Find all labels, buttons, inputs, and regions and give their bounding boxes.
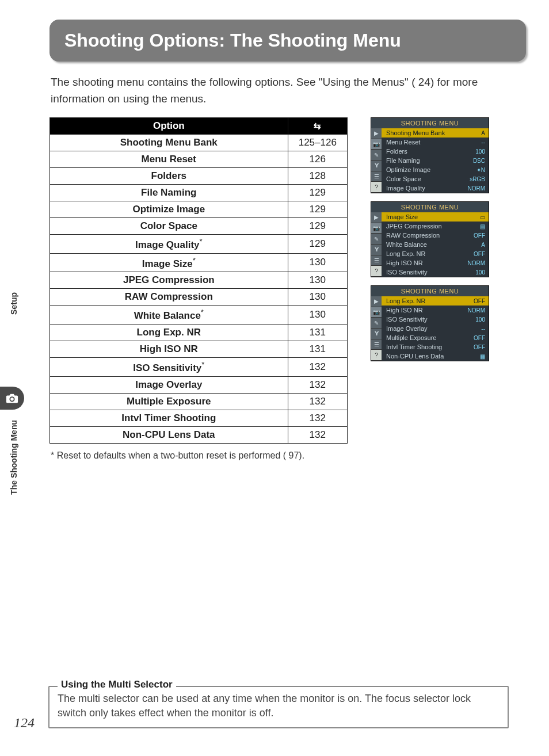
page-cell: 125–126 bbox=[288, 135, 347, 151]
tip-box: Using the Multi Selector The multi selec… bbox=[48, 686, 509, 728]
screen-row-label: White Balance bbox=[386, 241, 427, 248]
option-cell: Multiple Exposure bbox=[50, 393, 288, 410]
screen-row: RAW CompressionOFF bbox=[382, 231, 489, 240]
screen-row: Folders100 bbox=[382, 147, 489, 156]
footnote: * Reset to defaults when a two-button re… bbox=[51, 449, 343, 462]
screen-row: Menu Reset-- bbox=[382, 138, 489, 147]
table-row: File Naming129 bbox=[50, 185, 348, 201]
screen-row-value: A bbox=[468, 130, 485, 136]
option-cell: Color Space bbox=[50, 218, 288, 235]
page-cell: 132 bbox=[288, 376, 347, 393]
screen-row-value: ▦ bbox=[468, 353, 485, 360]
option-cell: Intvl Timer Shooting bbox=[50, 410, 288, 426]
option-cell: Long Exp. NR bbox=[50, 324, 288, 341]
table-row: Multiple Exposure132 bbox=[50, 393, 348, 410]
screen-row-value: NORM bbox=[467, 185, 485, 192]
screen-row-label: Long Exp. NR bbox=[386, 297, 425, 304]
options-table: Option ⇆ Shooting Menu Bank125–126Menu R… bbox=[49, 117, 348, 444]
screen-row: White BalanceA bbox=[382, 240, 489, 249]
screen-tab: ☰ bbox=[371, 255, 382, 266]
table-row: Long Exp. NR131 bbox=[50, 324, 348, 341]
side-tab-setup: Setup bbox=[9, 292, 18, 315]
option-cell: Folders bbox=[50, 168, 288, 185]
screen-row-value: 100 bbox=[468, 316, 485, 323]
screen-row-label: Folders bbox=[386, 148, 407, 155]
screen-row-label: Image Size bbox=[386, 213, 418, 220]
page-cell: 129 bbox=[288, 201, 347, 218]
screen-row-label: RAW Compression bbox=[386, 232, 440, 239]
screen-row: Color SpacesRGB bbox=[382, 174, 489, 184]
screen-tab: ▶ bbox=[371, 296, 382, 307]
screen-row-value: ✦N bbox=[468, 167, 485, 173]
screen-tab: ? bbox=[371, 182, 382, 193]
page-cell: 131 bbox=[288, 324, 347, 341]
screen-row: File NamingDSC bbox=[382, 156, 489, 165]
screen-row: Multiple ExposureOFF bbox=[382, 333, 489, 342]
screen-row-value: -- bbox=[468, 326, 485, 332]
screen-row-value: OFF bbox=[468, 298, 485, 304]
screen-row-label: High ISO NR bbox=[386, 307, 423, 314]
screen-title: SHOOTING MENU bbox=[371, 202, 489, 212]
screen-row-label: Intvl Timer Shooting bbox=[386, 343, 442, 350]
screen-row-value: ▭ bbox=[468, 214, 485, 220]
screen-title: SHOOTING MENU bbox=[371, 286, 489, 296]
screen-tab: 𝗬 bbox=[371, 329, 382, 339]
screen-title: SHOOTING MENU bbox=[371, 118, 489, 128]
screen-tab: 𝗬 bbox=[371, 245, 382, 255]
screen-row: Non-CPU Lens Data▦ bbox=[382, 352, 489, 361]
screen-row: ISO Sensitivity100 bbox=[382, 315, 489, 324]
screen-row: Long Exp. NROFF bbox=[382, 296, 489, 306]
table-row: Image Overlay132 bbox=[50, 376, 348, 393]
table-row: Menu Reset126 bbox=[50, 151, 348, 168]
screen-row: JPEG Compression▤ bbox=[382, 222, 489, 231]
table-row: Folders128 bbox=[50, 168, 348, 185]
table-row: ISO Sensitivity*132 bbox=[50, 357, 348, 376]
table-row: Image Size*130 bbox=[50, 253, 348, 272]
tip-text: The multi selector can be used at any ti… bbox=[58, 692, 500, 720]
screen-row-value: OFF bbox=[468, 251, 485, 257]
page-cell: 131 bbox=[288, 341, 347, 357]
screen-tab: 📷 bbox=[371, 223, 382, 234]
table-row: Optimize Image129 bbox=[50, 201, 348, 218]
page-cell: 132 bbox=[288, 393, 347, 410]
screen-row-label: Optimize Image bbox=[386, 166, 430, 173]
page-number: 124 bbox=[14, 715, 35, 731]
page-cell: 130 bbox=[288, 289, 347, 306]
screen-row-value: 100 bbox=[468, 269, 485, 276]
screen-row: High ISO NRNORM bbox=[382, 258, 489, 268]
screen-row-label: ISO Sensitivity bbox=[386, 269, 428, 276]
table-row: High ISO NR131 bbox=[50, 341, 348, 357]
option-cell: ISO Sensitivity* bbox=[50, 357, 288, 376]
option-cell: Optimize Image bbox=[50, 201, 288, 218]
screen-tab: ▶ bbox=[371, 128, 382, 139]
screen-tab: 📷 bbox=[371, 139, 382, 150]
screen-row-value: OFF bbox=[468, 344, 485, 350]
screen-row-value: sRGB bbox=[468, 176, 485, 182]
screen-tab: ☰ bbox=[371, 339, 382, 350]
screen-row-label: Image Quality bbox=[386, 185, 425, 192]
screen-row: Shooting Menu BankA bbox=[382, 128, 489, 138]
screen-row-label: Multiple Exposure bbox=[386, 334, 436, 341]
page-cell: 130 bbox=[288, 253, 347, 272]
screen-row-value: A bbox=[468, 242, 485, 248]
screen-row-label: High ISO NR bbox=[386, 259, 423, 266]
screen-row-value: NORM bbox=[467, 260, 485, 266]
screen-row: Optimize Image✦N bbox=[382, 165, 489, 174]
option-cell: Non-CPU Lens Data bbox=[50, 426, 288, 443]
page-cell: 129 bbox=[288, 235, 347, 254]
option-cell: Image Overlay bbox=[50, 376, 288, 393]
screen-row-value: DSC bbox=[468, 158, 485, 164]
screen-row-value: OFF bbox=[468, 335, 485, 341]
screen-tab: ✎ bbox=[371, 234, 382, 245]
screen-tab: ? bbox=[371, 266, 382, 277]
screen-row-value: ▤ bbox=[468, 223, 485, 230]
option-cell: JPEG Compression bbox=[50, 272, 288, 289]
option-cell: RAW Compression bbox=[50, 289, 288, 306]
intro-paragraph: The shooting menu contains the following… bbox=[51, 74, 526, 107]
screen-tab: ☰ bbox=[371, 171, 382, 182]
camera-icon bbox=[0, 387, 24, 410]
screen-tab: 𝗬 bbox=[371, 161, 382, 171]
page-cell: 130 bbox=[288, 272, 347, 289]
screen-tab: ✎ bbox=[371, 318, 382, 329]
screen-row: Long Exp. NROFF bbox=[382, 249, 489, 258]
